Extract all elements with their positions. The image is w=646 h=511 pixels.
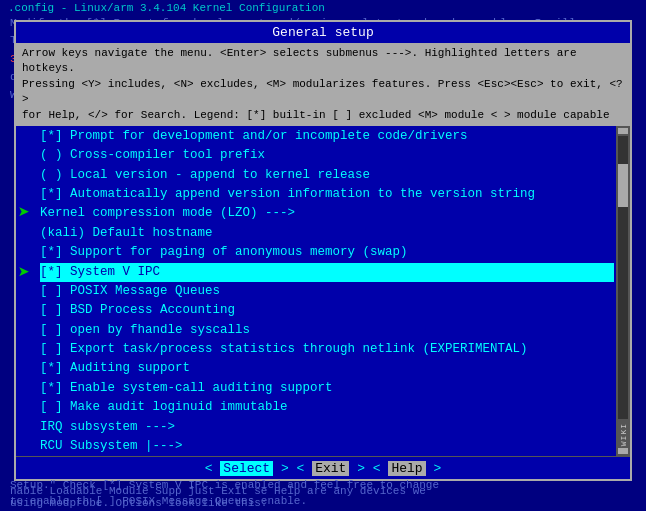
menu-item-4[interactable]: [*] Automatically append version informa…	[40, 185, 614, 204]
menu-item-7[interactable]: [*] Support for paging of anonymous memo…	[40, 243, 614, 262]
arrow-column: ➤ ➤	[16, 126, 38, 456]
scrollbar-thumb[interactable]	[618, 164, 628, 206]
main-window: General setup Arrow keys navigate the me…	[14, 20, 632, 481]
menu-item-1[interactable]: [*] Prompt for development and/or incomp…	[40, 127, 614, 146]
menu-item-6[interactable]: (kali) Default hostname	[40, 224, 614, 243]
wiki-label: WIKI	[619, 421, 628, 448]
menu-item-15[interactable]: [ ] Make audit loginuid immutable	[40, 398, 614, 417]
terminal-container: .config - Linux/arm 3.4.104 Kernel Confi…	[0, 0, 646, 511]
menu-item-2[interactable]: ( ) Cross-compiler tool prefix	[40, 146, 614, 165]
menu-list: [*] Prompt for development and/or incomp…	[38, 126, 616, 456]
menu-item-9[interactable]: [ ] POSIX Message Queues	[40, 282, 614, 301]
menu-item-10[interactable]: [ ] BSD Process Accounting	[40, 301, 614, 320]
scrollbar-up[interactable]	[618, 128, 628, 134]
outer-bottom-text-1: nable Loadable Module Supp just Exit se …	[10, 485, 426, 497]
bottom-bar: < Select > < Exit > < Help >	[16, 456, 630, 479]
outer-bottom-text-2: using modprobe. Options look like this:	[10, 497, 267, 509]
menu-item-3[interactable]: ( ) Local version - append to kernel rel…	[40, 166, 614, 185]
info-line1: Arrow keys navigate the menu. <Enter> se…	[22, 46, 624, 77]
arrow-1: ➤	[18, 204, 30, 224]
menu-item-13[interactable]: [*] Auditing support	[40, 359, 614, 378]
menu-item-5[interactable]: Kernel compression mode (LZO) --->	[40, 204, 614, 223]
menu-item-11[interactable]: [ ] open by fhandle syscalls	[40, 321, 614, 340]
section-title: General setup	[16, 22, 630, 43]
menu-item-16[interactable]: IRQ subsystem --->	[40, 418, 614, 437]
outer-title-text: .config - Linux/arm 3.4.104 Kernel Confi…	[8, 2, 325, 14]
arrow-2: ➤	[18, 264, 30, 284]
help-button[interactable]: Help	[388, 461, 425, 476]
menu-container: ➤ ➤ [*] Prompt for development and/or in…	[16, 126, 630, 456]
scrollbar-down[interactable]	[618, 448, 628, 454]
menu-item-14[interactable]: [*] Enable system-call auditing support	[40, 379, 614, 398]
menu-item-17[interactable]: RCU Subsystem |--->	[40, 437, 614, 456]
select-button[interactable]: Select	[220, 461, 273, 476]
info-line2: Pressing <Y> includes, <N> excludes, <M>…	[22, 77, 624, 108]
exit-button[interactable]: Exit	[312, 461, 349, 476]
scrollbar-track	[618, 136, 628, 419]
scrollbar: WIKI	[616, 126, 630, 456]
menu-item-8-selected[interactable]: [*] System V IPC	[40, 263, 614, 282]
info-line3: for Help, </> for Search. Legend: [*] bu…	[22, 108, 624, 123]
info-box: Arrow keys navigate the menu. <Enter> se…	[16, 43, 630, 126]
menu-item-12[interactable]: [ ] Export task/process statistics throu…	[40, 340, 614, 359]
